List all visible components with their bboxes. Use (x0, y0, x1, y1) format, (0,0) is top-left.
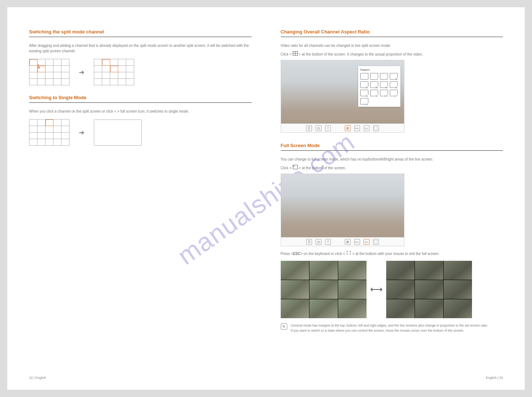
pattern-1-12[interactable]: 1+12 (360, 98, 368, 105)
note-icon: ✎ (281, 323, 287, 330)
arrow-right-icon: ➔ (79, 68, 84, 76)
note-1: General mode has margins at the top, bot… (291, 323, 488, 328)
grid-single-before (29, 119, 69, 146)
pattern-64[interactable]: 64 (380, 81, 388, 88)
fullscreen-icon[interactable]: ⛶ (373, 125, 379, 131)
screenshot-aspect: Pattern 4 9 16 25 36 64 2h 2v 3v 1+5 1+7… (281, 60, 404, 133)
section-title-switch-split: Switching the split mode channel (29, 29, 252, 37)
pattern-1-5[interactable]: 1+5 (380, 90, 388, 96)
pattern-25[interactable]: 25 (360, 81, 368, 88)
full-line1: You can change to full screen mode, whic… (281, 157, 503, 162)
grid-before: ➘ (29, 59, 69, 85)
note-2: If you want to switch to a state where y… (291, 328, 488, 333)
aspect-line1: Video ratio for all channels can be chan… (281, 43, 503, 48)
pattern-1-7[interactable]: 1+7 (390, 90, 398, 96)
grid-icon (293, 52, 299, 56)
section-desc-single-mode: When you click a channel on the split sc… (29, 109, 252, 114)
fullscreen-exit-icon (346, 252, 352, 256)
screenshot-toolbar: ☰ ◷ ⫴ ⊞ ALL ▭ ⛶ (281, 123, 404, 132)
full-line2: Click < > at the bottom of the screen. (281, 165, 503, 171)
diagram-switch-split: ➘ ➔ (29, 59, 252, 85)
grid-icon[interactable]: ⊞ (345, 239, 351, 245)
pattern-popup-title: Pattern (360, 68, 398, 72)
pattern-4[interactable]: 4 (370, 73, 378, 80)
footer-right: English | 23 (486, 376, 503, 380)
grid-after (94, 59, 134, 85)
clock-icon[interactable]: ◷ (316, 125, 321, 131)
toolbar-group-right-2: ⊞ ALL ▭ ⛶ (345, 239, 379, 245)
chart-icon[interactable]: ⫴ (325, 239, 331, 245)
fullscreen-compare: ⟷ (281, 261, 503, 318)
pattern-3v[interactable]: 3v (370, 90, 378, 96)
diagram-single-mode: ➔ (29, 119, 252, 146)
notes-block: ✎ General mode has margins at the top, b… (281, 323, 503, 333)
list-icon[interactable]: ☰ (306, 125, 312, 131)
aspect-line2: Click < > at the bottom of the screen. I… (281, 51, 503, 57)
pattern-grid: 4 9 16 25 36 64 2h 2v 3v 1+5 1+7 1+12 (360, 73, 398, 105)
right-column: Changing Overall Channel Aspect Ratio Vi… (266, 29, 503, 379)
pattern-16[interactable]: 16 (390, 73, 398, 80)
pattern-popup: Pattern 4 9 16 25 36 64 2h 2v 3v 1+5 1+7… (358, 66, 400, 107)
aspect-icon-inline (293, 166, 299, 170)
pattern-1[interactable] (360, 73, 368, 80)
notes-text: General mode has margins at the top, bot… (291, 323, 488, 333)
fullscreen-icon[interactable]: ⛶ (373, 239, 379, 245)
all-icon[interactable]: ALL (354, 239, 360, 245)
swap-arrow-icon: ⟷ (370, 284, 383, 295)
grid-icon[interactable]: ⊞ (345, 125, 351, 131)
screenshot-toolbar-2: ☰ ◷ ⫴ ⊞ ALL ▭ ⛶ (281, 237, 404, 246)
toolbar-group-right: ⊞ ALL ▭ ⛶ (345, 125, 379, 131)
chart-icon[interactable]: ⫴ (325, 125, 331, 131)
left-column: Switching the split mode channel After d… (29, 29, 266, 379)
list-icon[interactable]: ☰ (306, 239, 312, 245)
aspect-icon[interactable]: ▭ (364, 239, 369, 245)
footer-left: 22 | English (29, 376, 46, 380)
all-icon[interactable]: ALL (354, 125, 360, 131)
single-rect (94, 119, 142, 146)
pattern-2h[interactable]: 2h (390, 81, 398, 88)
pattern-36[interactable]: 36 (370, 81, 378, 88)
section-desc-switch-split: After dragging and adding a channel that… (29, 43, 252, 54)
toolbar-group-left: ☰ ◷ ⫴ (306, 125, 331, 131)
thumb-grid-full (386, 261, 472, 318)
section-title-fullscreen: Full Screen Mode (281, 143, 503, 151)
clock-icon[interactable]: ◷ (316, 239, 321, 245)
section-title-aspect: Changing Overall Channel Aspect Ratio (281, 29, 503, 37)
pattern-2v[interactable]: 2v (360, 90, 368, 96)
toolbar-group-left-2: ☰ ◷ ⫴ (306, 239, 331, 245)
screenshot-fullscreen: ☰ ◷ ⫴ ⊞ ALL ▭ ⛶ (281, 174, 404, 246)
thumb-grid-normal (281, 261, 367, 318)
arrow-right-icon-2: ➔ (79, 129, 84, 137)
pattern-9[interactable]: 9 (380, 73, 388, 80)
manual-page: manualshive.com Switching the split mode… (7, 7, 525, 390)
section-title-single-mode: Switching to Single Mode (29, 95, 252, 103)
aspect-icon[interactable]: ▭ (364, 125, 369, 131)
full-line3: Press <ESC> on the keyboard or click < >… (281, 251, 503, 256)
